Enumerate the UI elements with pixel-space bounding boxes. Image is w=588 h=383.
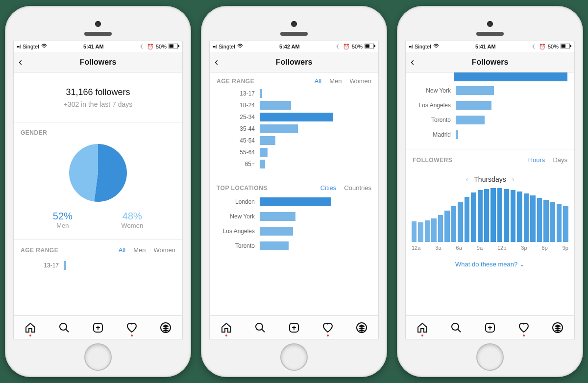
hour-bar <box>537 198 542 242</box>
hour-bar <box>543 200 548 242</box>
activity-icon[interactable] <box>121 317 143 338</box>
home-icon[interactable] <box>216 317 237 338</box>
page-title: Followers <box>406 58 574 67</box>
tab-hours[interactable]: Hours <box>528 156 545 164</box>
bar <box>260 101 291 110</box>
screen-3: ••ıl Singtel 5:41 AM ☾ ⏰ 50% ‹ Followers… <box>405 41 575 339</box>
x-tick: 6p <box>542 245 548 251</box>
home-icon[interactable] <box>412 317 433 338</box>
phone-frame-2: ••ıl Singtel 5:42 AM ☾ ⏰ 50% ‹ Followers… <box>201 6 387 377</box>
tab-bar <box>14 315 182 339</box>
bar <box>456 116 485 124</box>
tab-women[interactable]: Women <box>349 77 371 85</box>
hour-bar <box>511 190 515 242</box>
buffer-icon[interactable] <box>351 317 372 338</box>
status-time: 5:41 AM <box>475 44 496 49</box>
bar <box>260 227 293 236</box>
next-day-icon[interactable]: › <box>512 175 514 183</box>
what-do-these-mean-link[interactable]: What do these mean? ⌄ <box>406 258 574 273</box>
bar <box>260 148 268 157</box>
tab-days[interactable]: Days <box>553 156 567 164</box>
bar-label: Toronto <box>217 242 255 249</box>
status-bar: ••ıl Singtel 5:42 AM ☾ ⏰ 50% <box>210 41 378 52</box>
phone-camera <box>487 21 493 27</box>
bar-label: 45-54 <box>217 137 255 144</box>
chevron-down-icon: ⌄ <box>519 261 525 268</box>
back-button[interactable]: ‹ <box>411 56 414 69</box>
carrier-label: Singtel <box>415 44 431 49</box>
x-tick: 9p <box>563 245 568 251</box>
signal-icon: ••ıl <box>17 44 21 49</box>
bar-label: Madrid <box>413 131 451 138</box>
tab-bar <box>406 315 574 339</box>
hour-bar <box>524 193 529 242</box>
hour-bar <box>484 189 489 242</box>
bar-label: 13-17 <box>217 90 255 97</box>
prev-day-icon[interactable]: ‹ <box>466 175 468 183</box>
hour-bar <box>444 211 449 242</box>
bar <box>260 241 289 250</box>
status-time: 5:42 AM <box>279 44 300 49</box>
wifi-icon <box>433 44 439 49</box>
bar-row: 55-64 <box>217 146 371 158</box>
bar-label: New York <box>413 87 451 94</box>
age-section-label: AGE RANGE <box>21 247 58 254</box>
back-button[interactable]: ‹ <box>19 56 22 69</box>
activity-icon[interactable] <box>513 317 535 338</box>
locations-section-label: TOP LOCATIONS <box>217 185 268 192</box>
add-post-icon[interactable] <box>283 317 305 338</box>
tab-men[interactable]: Men <box>133 246 146 254</box>
content-area[interactable]: New YorkLos AngelesTorontoMadrid FOLLOWE… <box>406 72 574 315</box>
bar-label: 35-44 <box>217 125 255 132</box>
svg-point-15 <box>452 323 459 330</box>
tab-cities[interactable]: Cities <box>320 184 337 192</box>
dnd-icon: ☾ <box>140 44 145 50</box>
bar-label: 65+ <box>217 161 255 168</box>
status-bar: ••ıl Singtel 5:41 AM ☾ ⏰ 50% <box>14 41 182 52</box>
signal-icon: ••ıl <box>213 44 217 49</box>
home-icon[interactable] <box>20 317 41 338</box>
women-label: Women <box>122 222 144 229</box>
add-post-icon[interactable] <box>87 317 109 338</box>
battery-label: 50% <box>156 44 167 49</box>
dnd-icon: ☾ <box>336 44 341 50</box>
signal-icon: ••ıl <box>409 44 413 49</box>
tab-women[interactable]: Women <box>153 246 175 254</box>
search-icon[interactable] <box>445 317 467 338</box>
home-button[interactable] <box>280 343 308 371</box>
tab-all[interactable]: All <box>315 77 321 85</box>
tab-bar <box>210 315 378 339</box>
search-icon[interactable] <box>249 317 271 338</box>
home-button[interactable] <box>476 343 504 371</box>
buffer-icon[interactable] <box>155 317 176 338</box>
add-post-icon[interactable] <box>479 317 501 338</box>
svg-rect-1 <box>170 45 174 48</box>
content-area[interactable]: AGE RANGE All Men Women 13-1718-2425-343… <box>210 72 378 315</box>
age-bar-chart: 13-1718-2425-3435-4445-5455-6465+ <box>210 88 378 177</box>
tab-countries[interactable]: Countries <box>344 184 371 192</box>
svg-rect-8 <box>374 45 375 47</box>
content-area[interactable]: 31,166 followers +302 in the last 7 days… <box>14 72 182 315</box>
bar <box>456 130 458 139</box>
buffer-icon[interactable] <box>547 317 568 338</box>
svg-rect-2 <box>178 45 179 47</box>
tab-all[interactable]: All <box>119 246 125 254</box>
hour-bar <box>530 195 535 242</box>
tab-men[interactable]: Men <box>329 77 342 85</box>
nav-header: ‹ Followers <box>406 52 574 72</box>
home-button[interactable] <box>84 343 112 371</box>
battery-icon <box>365 44 375 49</box>
activity-icon[interactable] <box>317 317 339 338</box>
hour-bar <box>412 221 416 242</box>
bar-label: Los Angeles <box>217 228 255 235</box>
search-icon[interactable] <box>53 317 75 338</box>
battery-label: 50% <box>548 44 559 49</box>
hour-bar <box>438 215 443 242</box>
hour-bar <box>465 197 469 242</box>
back-button[interactable]: ‹ <box>215 56 218 69</box>
hours-x-labels: 12a3a6a9a12p3p6p9p <box>406 242 574 258</box>
alarm-icon: ⏰ <box>147 44 154 50</box>
page-title: Followers <box>14 58 182 67</box>
hour-bar <box>418 222 423 242</box>
hour-bar <box>557 204 562 242</box>
